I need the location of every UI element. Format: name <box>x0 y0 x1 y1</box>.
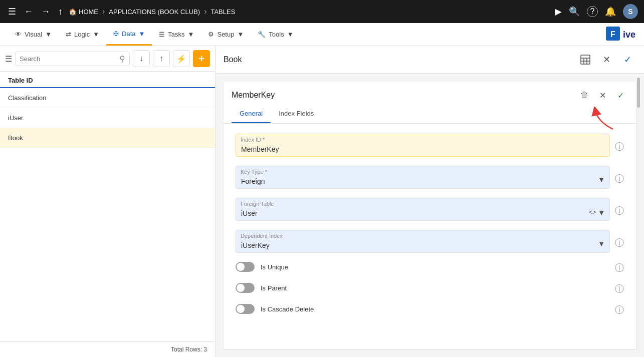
index-id-field: Index ID * <box>236 134 610 157</box>
nav-tasks[interactable]: ☰ Tasks ▼ <box>152 23 201 46</box>
search-icon: ⚲ <box>119 54 125 64</box>
download-button[interactable]: ↓ <box>133 50 150 67</box>
index-id-help-icon[interactable]: ⓘ <box>615 141 624 153</box>
secondary-navigation: 👁 Visual ▼ ⇄ Logic ▼ ✠ Data ▼ ☰ Tasks ▼ … <box>0 23 644 46</box>
breadcrumb-sep-2: › <box>204 7 206 16</box>
index-id-input[interactable] <box>236 134 610 157</box>
upload-button[interactable]: ↑ <box>153 50 170 67</box>
dependent-index-row: Dependent Index iUserKey ▼ ⓘ <box>236 230 624 253</box>
key-type-select[interactable]: Primary Foreign Unique Index <box>236 166 610 189</box>
visual-chevron: ▼ <box>45 31 52 38</box>
app-breadcrumb[interactable]: APPLICATIONS (BOOK CLUB) <box>109 8 200 16</box>
tools-icon: 🔧 <box>258 31 266 38</box>
sidebar: ☰ ⚲ ↓ ↑ ⚡ + Table ID Classification iUse… <box>0 46 216 357</box>
content-save-button[interactable]: ✓ <box>619 51 636 68</box>
sub-close-button[interactable]: ✕ <box>595 88 610 103</box>
key-type-row: Key Type * Primary Foreign Unique Index … <box>236 166 624 189</box>
is-cascade-delete-toggle[interactable] <box>236 304 255 314</box>
is-unique-help-icon[interactable]: ⓘ <box>615 262 624 274</box>
dependent-index-help-icon[interactable]: ⓘ <box>615 237 624 249</box>
hamburger-icon[interactable]: ☰ <box>6 4 18 19</box>
nav-data[interactable]: ✠ Data ▼ <box>106 23 152 46</box>
logic-icon: ⇄ <box>66 31 71 38</box>
is-parent-row: Is Parent ⓘ <box>236 283 624 295</box>
setup-chevron: ▼ <box>237 31 244 38</box>
tab-index-fields[interactable]: Index Fields <box>271 105 322 123</box>
scrollbar-thumb[interactable] <box>637 78 640 108</box>
foreign-table-input[interactable] <box>236 198 610 221</box>
nav-tools[interactable]: 🔧 Tools ▼ <box>251 23 300 46</box>
sidebar-toolbar: ☰ ⚲ ↓ ↑ ⚡ + <box>0 46 215 72</box>
play-icon[interactable]: ▶ <box>555 6 562 17</box>
sidebar-search-box[interactable]: ⚲ <box>15 52 130 66</box>
filter-icon[interactable]: ☰ <box>5 54 12 64</box>
data-chevron: ▼ <box>138 30 145 38</box>
svg-text:F: F <box>610 30 615 39</box>
is-cascade-delete-row: Is Cascade Delete ⓘ <box>236 304 624 316</box>
svg-text:ive: ive <box>623 30 635 40</box>
delete-button[interactable]: 🗑 <box>577 88 592 103</box>
tools-chevron: ▼ <box>287 31 294 38</box>
content-title: Book <box>224 55 577 64</box>
nav-logic[interactable]: ⇄ Logic ▼ <box>59 23 106 46</box>
close-icon: ✕ <box>603 54 610 65</box>
sidebar-item-book[interactable]: Book <box>0 128 215 148</box>
is-parent-help-icon[interactable]: ⓘ <box>615 283 624 295</box>
home-breadcrumb[interactable]: 🏠 HOME <box>69 8 98 16</box>
setup-icon: ⚙ <box>208 31 214 38</box>
main-layout: ☰ ⚲ ↓ ↑ ⚡ + Table ID Classification iUse… <box>0 46 644 357</box>
foreign-table-field: Foreign Table <> ▼ <box>236 198 610 221</box>
breadcrumb: 🏠 HOME › APPLICATIONS (BOOK CLUB) › TABL… <box>69 7 551 16</box>
breadcrumb-sep-1: › <box>102 7 105 16</box>
scrollbar-track[interactable] <box>637 78 640 353</box>
key-type-field: Key Type * Primary Foreign Unique Index … <box>236 166 610 189</box>
data-icon: ✠ <box>113 30 119 38</box>
bell-icon[interactable]: 🔔 <box>605 6 616 17</box>
sub-close-icon: ✕ <box>599 91 606 100</box>
is-parent-label: Is Parent <box>261 284 287 292</box>
content-header: Book ✕ ✓ <box>216 46 644 74</box>
nav-setup[interactable]: ⚙ Setup ▼ <box>201 23 251 46</box>
sub-panel: MemberKey 🗑 ✕ ✓ Gen <box>224 82 636 349</box>
search-nav-icon[interactable]: 🔍 <box>569 6 580 17</box>
flash-button[interactable]: ⚡ <box>173 50 190 67</box>
sub-save-button[interactable]: ✓ <box>613 88 628 103</box>
up-arrow-icon[interactable]: ↑ <box>56 5 65 19</box>
sub-panel-title: MemberKey <box>232 91 577 100</box>
help-nav-icon[interactable]: ? <box>587 6 598 17</box>
tab-general[interactable]: General <box>232 105 271 123</box>
is-parent-toggle[interactable] <box>236 283 255 293</box>
key-type-help-icon[interactable]: ⓘ <box>615 173 624 185</box>
sidebar-footer: Total Rows: 3 <box>0 341 215 357</box>
sidebar-item-classification[interactable]: Classification <box>0 88 215 108</box>
dependent-index-field: Dependent Index iUserKey ▼ <box>236 230 610 253</box>
nav-visual[interactable]: 👁 Visual ▼ <box>8 23 59 46</box>
dependent-index-select[interactable]: iUserKey <box>236 230 610 253</box>
is-cascade-delete-help-icon[interactable]: ⓘ <box>615 304 624 316</box>
is-unique-toggle[interactable] <box>236 262 255 272</box>
content-header-actions: ✕ ✓ <box>577 51 636 68</box>
five-logo: F ive <box>606 27 636 43</box>
sub-panel-header: MemberKey 🗑 ✕ ✓ <box>224 82 636 105</box>
is-unique-row: Is Unique ⓘ <box>236 262 624 274</box>
tables-breadcrumb[interactable]: TABLES <box>210 8 235 16</box>
foreign-table-help-icon[interactable]: ⓘ <box>615 205 624 217</box>
add-button[interactable]: + <box>193 50 210 67</box>
logic-chevron: ▼ <box>93 31 99 38</box>
foreign-table-chevron-icon[interactable]: ▼ <box>598 209 605 217</box>
table-view-button[interactable] <box>577 51 594 68</box>
foreign-table-row: Foreign Table <> ▼ ⓘ <box>236 198 624 221</box>
is-unique-label: Is Unique <box>261 263 288 271</box>
code-icon[interactable]: <> <box>589 209 596 217</box>
foreign-table-icons: <> ▼ <box>589 209 605 217</box>
is-parent-toggle-row: Is Parent <box>236 283 610 293</box>
visual-icon: 👁 <box>15 31 22 38</box>
top-nav-actions: ▶ 🔍 ? 🔔 S <box>555 4 638 19</box>
search-input[interactable] <box>20 55 116 63</box>
forward-arrow-icon[interactable]: → <box>39 5 52 19</box>
sidebar-item-iuser[interactable]: iUser <box>0 108 215 128</box>
is-cascade-delete-toggle-row: Is Cascade Delete <box>236 304 610 314</box>
content-close-button[interactable]: ✕ <box>598 51 615 68</box>
user-avatar[interactable]: S <box>623 4 638 19</box>
back-arrow-icon[interactable]: ← <box>22 5 35 19</box>
